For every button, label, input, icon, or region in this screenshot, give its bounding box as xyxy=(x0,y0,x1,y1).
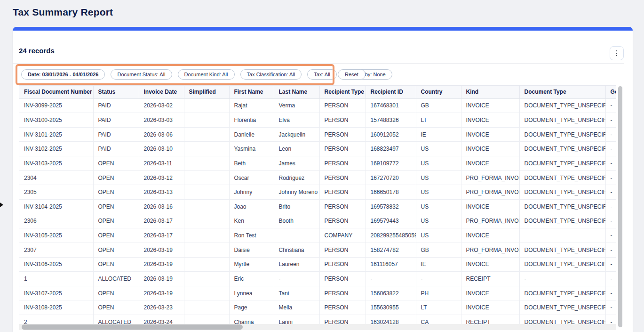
table-cell: 2026-03-17 xyxy=(139,214,184,228)
table-row[interactable]: 2305OPEN2026-03-13JohnnyJohnny MorenoPER… xyxy=(19,185,616,200)
table-cell: INV-3106-2025 xyxy=(19,257,93,272)
table-cell: 158274782 xyxy=(366,243,416,257)
table-row[interactable]: 2304OPEN2026-03-12OscarRodriguezPERSON16… xyxy=(19,170,616,185)
table-cell: 155630955 xyxy=(366,300,416,315)
table-cell: - xyxy=(605,170,616,185)
table-cell: PAID xyxy=(93,142,139,156)
table-cell: - xyxy=(605,113,616,128)
filter-chip[interactable]: Tax: All xyxy=(307,69,337,80)
table-cell: 2026-03-03 xyxy=(139,113,184,128)
column-header: Fiscal Document Number xyxy=(19,86,93,98)
table-cell: - xyxy=(605,243,616,257)
column-header: Invoice Date xyxy=(139,86,184,98)
column-header: Recipient Type xyxy=(319,86,366,98)
table-cell: INV-3104-2025 xyxy=(19,199,93,214)
table-cell: INVOICE xyxy=(461,113,519,128)
table-cell: INVOICE xyxy=(461,156,519,171)
table-cell: PERSON xyxy=(319,142,366,156)
table-cell: Page xyxy=(229,300,274,315)
table-cell xyxy=(184,170,229,185)
table-cell: PERSON xyxy=(319,127,366,142)
table-row[interactable]: INV-3107-2025OPEN2026-03-19LynneaTaniPER… xyxy=(19,286,616,300)
table-cell: - xyxy=(605,300,616,315)
vertical-scrollbar-thumb[interactable] xyxy=(618,86,622,327)
table-cell: 167270720 xyxy=(366,170,416,185)
table-cell: James xyxy=(274,156,319,171)
table-cell: INVOICE xyxy=(461,199,519,214)
table-row[interactable]: INV-3104-2025OPEN2026-03-16JoaoBritoPERS… xyxy=(19,199,616,214)
table-cell xyxy=(184,113,229,128)
table-body: INV-3099-2025PAID2026-03-02RajatVermaPER… xyxy=(19,98,616,324)
table-cell: Brito xyxy=(274,199,319,214)
table-cell: US xyxy=(416,156,461,171)
table-row[interactable]: INV-3099-2025PAID2026-03-02RajatVermaPER… xyxy=(19,98,616,113)
table-row[interactable]: INV-3103-2025OPEN2026-03-11BethJamesPERS… xyxy=(19,156,616,171)
horizontal-scrollbar-thumb[interactable] xyxy=(22,324,243,330)
table-row[interactable]: 2306OPEN2026-03-17KenBoothPERSON16957944… xyxy=(19,214,616,228)
table-cell: Joao xyxy=(229,199,274,214)
table-cell xyxy=(274,228,319,243)
table-cell: INVOICE xyxy=(461,257,519,272)
table-cell: 2 xyxy=(19,315,93,324)
table-row[interactable]: 2ALLOCATED2026-03-24ChannaLanniPERSON163… xyxy=(19,315,616,324)
table-cell: PERSON xyxy=(319,243,366,257)
table-cell: INV-3105-2025 xyxy=(19,228,93,243)
table-cell: DOCUMENT_TYPE_UNSPECIFIED xyxy=(519,98,605,113)
table-cell: Yasmina xyxy=(229,142,274,156)
table-cell xyxy=(184,228,229,243)
table-cell: Channa xyxy=(229,315,274,324)
table-cell: 2026-03-16 xyxy=(139,199,184,214)
reset-filters-button[interactable]: Reset xyxy=(338,69,366,80)
table-cell: 169579443 xyxy=(366,214,416,228)
column-header: Gov xyxy=(605,86,616,98)
table-cell: OPEN xyxy=(93,300,139,315)
records-count: 24 records xyxy=(19,47,55,55)
table-row[interactable]: INV-3102-2025PAID2026-03-10YasminaLeonPE… xyxy=(19,142,616,156)
filter-chip[interactable]: Tax Classification: All xyxy=(240,69,302,80)
table-cell: IE xyxy=(416,257,461,272)
table-cell: Ron Test xyxy=(229,228,274,243)
table-row[interactable]: INV-3100-2025PAID2026-03-03FlorentiaElva… xyxy=(19,113,616,128)
filter-chip[interactable]: Date: 03/01/2026 - 04/01/2026 xyxy=(21,69,105,80)
table-cell: INV-3100-2025 xyxy=(19,113,93,128)
card-menu-button[interactable] xyxy=(610,46,624,60)
table-cell: PERSON xyxy=(319,170,366,185)
table-cell: Booth xyxy=(274,214,319,228)
mouse-cursor-icon xyxy=(0,202,3,207)
table-cell: - xyxy=(605,214,616,228)
table-cell: - xyxy=(605,228,616,243)
table-cell: INV-3101-2025 xyxy=(19,127,93,142)
table-vertical-scrollbar[interactable] xyxy=(618,86,622,327)
table-cell: 2305 xyxy=(19,185,93,200)
table-cell: PAID xyxy=(93,113,139,128)
table-cell: - xyxy=(605,199,616,214)
table-cell: US xyxy=(416,185,461,200)
filter-chip[interactable]: Document Status: All xyxy=(111,69,172,80)
table-cell: - xyxy=(605,315,616,324)
card-header-divider xyxy=(13,63,624,64)
table-row[interactable]: INV-3106-2025OPEN2026-03-19MyrtleLaureen… xyxy=(19,257,616,272)
table-cell: - xyxy=(366,272,416,286)
table-row[interactable]: INV-3105-2025OPEN2026-03-17Ron TestCOMPA… xyxy=(19,228,616,243)
filter-chips: Date: 03/01/2026 - 04/01/2026Document St… xyxy=(21,69,392,80)
table-cell: DOCUMENT_TYPE_UNSPECIFIED xyxy=(519,142,605,156)
column-header: Simplified xyxy=(184,86,229,98)
table-cell: PERSON xyxy=(319,113,366,128)
filter-chip[interactable]: Document Kind: All xyxy=(178,69,235,80)
table-row[interactable]: INV-3101-2025PAID2026-03-06DanielleJackq… xyxy=(19,127,616,142)
table-cell: PERSON xyxy=(319,300,366,315)
table-cell: Mella xyxy=(274,300,319,315)
table-row[interactable]: INV-3108-2025OPEN2026-03-23PageMellaPERS… xyxy=(19,300,616,315)
table-cell: PERSON xyxy=(319,199,366,214)
table-cell: DOCUMENT_TYPE_UNSPECIFIED xyxy=(519,257,605,272)
table-cell: Lanni xyxy=(274,315,319,324)
table-cell xyxy=(184,243,229,257)
table-horizontal-scrollbar[interactable] xyxy=(19,324,616,330)
table-cell xyxy=(184,185,229,200)
table-row[interactable]: 1ALLOCATED2026-03-19Eric-PERSON--RECEIPT… xyxy=(19,272,616,286)
table-row[interactable]: 2307OPEN2026-03-19DaisieChristianaPERSON… xyxy=(19,243,616,257)
table-cell: Johnny xyxy=(229,185,274,200)
table-cell: US xyxy=(416,142,461,156)
table-cell: US xyxy=(416,228,461,243)
column-header: Status xyxy=(93,86,139,98)
